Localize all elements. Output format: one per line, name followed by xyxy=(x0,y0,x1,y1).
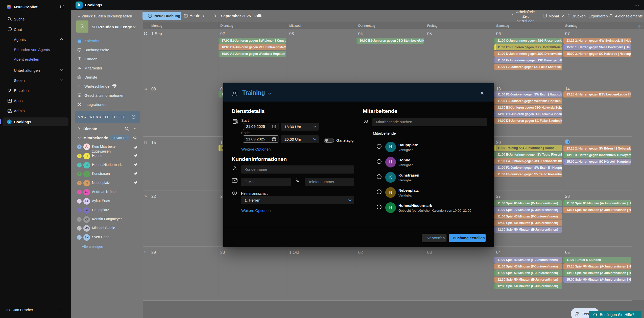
svg-text:?: ? xyxy=(234,191,235,194)
svg-text:A: A xyxy=(9,110,10,112)
